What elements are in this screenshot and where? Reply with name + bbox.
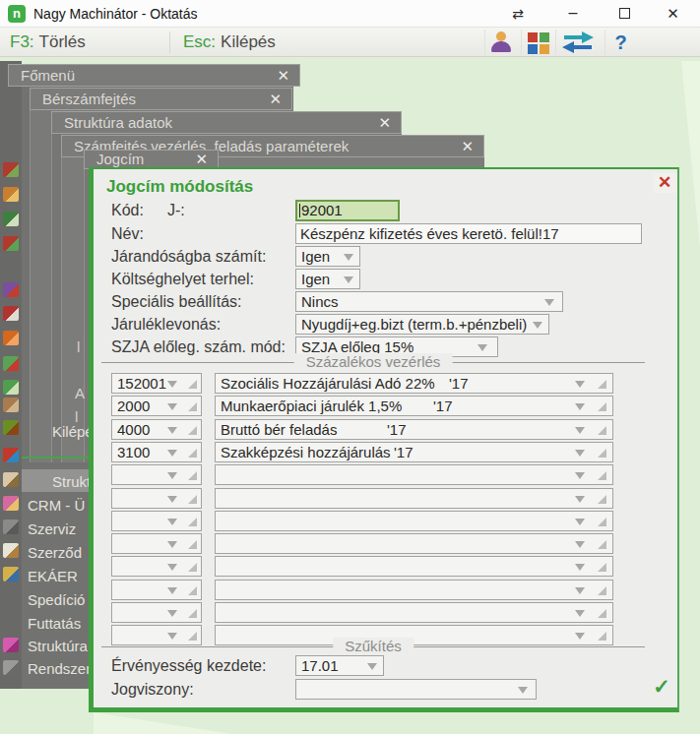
dialog-title: Jogcím módosítás (106, 177, 253, 197)
sidebar-item-1[interactable]: Strukt (52, 473, 91, 490)
row-desc-select[interactable]: Szociális Hozzájárulási Adó 22% '17 (215, 373, 613, 394)
shortcut-f3-torles[interactable]: F3:Törlés (10, 32, 86, 52)
row-desc-select[interactable] (215, 625, 613, 645)
sidebar-item-2[interactable]: CRM - Ü (28, 497, 85, 514)
specialis-select[interactable]: Nincs (295, 291, 563, 312)
sidebar-item-8[interactable]: Struktúra (28, 638, 88, 654)
row-desc-select[interactable]: Munkaerőpiaci járulék 1,5% '17 (215, 396, 613, 416)
user-icon[interactable] (484, 30, 518, 55)
row-code-select[interactable] (111, 488, 202, 509)
ledger-icon[interactable] (3, 212, 19, 226)
market-icon[interactable] (3, 236, 19, 251)
row-code-value: 3100 (117, 444, 150, 461)
row-code-select[interactable] (111, 556, 202, 577)
row-code-select[interactable] (111, 464, 202, 485)
confirm-check-button[interactable]: ✓ (649, 675, 674, 699)
notepad-icon[interactable] (3, 543, 19, 558)
sidebar-item-3[interactable]: Szerviz (28, 520, 76, 537)
sidebar-item-9[interactable]: Rendszer (28, 660, 91, 677)
section-label: Szűkítés (333, 638, 414, 654)
system-gears-icon[interactable] (3, 660, 19, 675)
parcel-icon[interactable] (3, 398, 19, 412)
window-titlebar-jogcim[interactable]: Jogcím ✕ (84, 150, 219, 169)
red-book-icon[interactable] (3, 306, 19, 321)
chevron-down-icon (575, 472, 585, 479)
row-code-select[interactable] (111, 602, 202, 623)
resize-corner-icon (598, 471, 606, 480)
sidebar-item-5[interactable]: EKÁER (28, 568, 78, 584)
window-titlebar-struktura-adatok[interactable]: Struktúra adatok ✕ (51, 111, 402, 134)
row-desc-select[interactable] (215, 488, 613, 509)
table-row (111, 511, 633, 531)
nev-input[interactable]: Készpénz kifizetés éves keretö. felül!17 (295, 223, 642, 244)
toolbar-separator (169, 31, 170, 53)
chevron-down-icon (167, 381, 177, 388)
sidebar-item-7[interactable]: Futtatás (28, 615, 81, 632)
kod-input[interactable]: 92001 (295, 200, 400, 221)
chevron-down-icon (575, 450, 585, 457)
resize-corner-icon (598, 632, 606, 641)
row-code-select[interactable] (111, 580, 202, 600)
row-code-select[interactable]: 3100 (111, 442, 202, 462)
dialog-close-button[interactable]: ✕ (653, 173, 676, 193)
row-desc-select[interactable]: Szakképzési hozzájárulás '17 (215, 442, 613, 462)
close-window-button[interactable]: ✕ (646, 0, 700, 28)
row-code-select[interactable] (111, 511, 202, 531)
hidden-menu-text-fragment: l (75, 408, 78, 425)
sync-arrows-icon[interactable] (555, 30, 603, 55)
app-logo-icon: n (8, 5, 26, 23)
resize-icon[interactable]: ⇄ (498, 0, 538, 28)
resize-corner-icon (598, 609, 606, 618)
orange-folder-icon[interactable] (3, 331, 19, 345)
row-desc-select[interactable] (215, 533, 613, 554)
row-desc-select[interactable]: Bruttó bér feladás '17 (215, 419, 613, 440)
books-icon[interactable] (3, 420, 19, 435)
box-icon[interactable] (3, 187, 19, 202)
jogviszony-select[interactable] (295, 679, 537, 700)
sidebar-item-6[interactable]: Spedíció (28, 591, 85, 608)
koltseghely-select[interactable]: Igen (295, 269, 360, 289)
table-row: 2000 Munkaerőpiaci járulék 1,5% '17 (111, 396, 633, 416)
ervenyesseg-select[interactable]: 17.01 (295, 655, 384, 676)
close-icon[interactable]: ✕ (269, 89, 282, 109)
resize-corner-icon (598, 563, 606, 572)
crm-person-icon[interactable] (3, 496, 19, 511)
bar-chart-icon[interactable] (3, 356, 19, 371)
sidebar-item-4[interactable]: Szerződ (28, 544, 82, 561)
background-highlight-top-right (681, 61, 700, 248)
chevron-down-icon (344, 276, 353, 283)
home-icon[interactable] (3, 448, 19, 462)
close-icon[interactable]: ✕ (378, 112, 391, 133)
jarandosagba-select[interactable]: Igen (295, 246, 360, 267)
close-icon[interactable]: ✕ (461, 136, 474, 156)
window-titlebar-berszamfejtes[interactable]: Bérszámfejtés ✕ (30, 88, 292, 110)
row-desc-select[interactable] (215, 556, 613, 577)
gears-icon[interactable] (3, 520, 19, 534)
row-desc-select[interactable] (215, 464, 613, 485)
row-code-select[interactable] (111, 533, 202, 554)
row-desc-select[interactable] (215, 511, 613, 531)
basket-icon[interactable] (3, 162, 19, 177)
maximize-button[interactable] (603, 0, 646, 28)
window-titlebar-fomenu[interactable]: Főmenü ✕ (8, 64, 300, 87)
row-code-select[interactable]: 152001 (111, 373, 202, 394)
person-doc-icon[interactable] (3, 472, 19, 487)
close-icon[interactable]: ✕ (195, 151, 208, 168)
row-desc-select[interactable] (215, 580, 613, 600)
money-icon[interactable] (3, 380, 19, 395)
background-highlight-bottom-left (94, 712, 231, 734)
apps-grid-icon[interactable] (521, 30, 554, 55)
pink-cube-icon[interactable] (3, 638, 19, 652)
cube-icon[interactable] (3, 282, 19, 297)
truck-icon[interactable] (3, 567, 19, 581)
close-icon[interactable]: ✕ (277, 65, 289, 86)
row-code-select[interactable]: 4000 (111, 419, 202, 440)
shortcut-esc-kilepes[interactable]: Esc:Kilépés (183, 32, 276, 52)
row-year-value: '17 (433, 398, 453, 415)
row-code-select[interactable]: 2000 (111, 396, 202, 416)
row-code-select[interactable] (111, 625, 202, 645)
help-icon[interactable]: ? (605, 30, 636, 55)
row-desc-select[interactable] (215, 602, 613, 623)
minimize-button[interactable]: – (551, 0, 595, 28)
jarulek-select[interactable]: Nyugdíj+eg.bizt (term.b.+pénzbeli) (295, 314, 549, 335)
